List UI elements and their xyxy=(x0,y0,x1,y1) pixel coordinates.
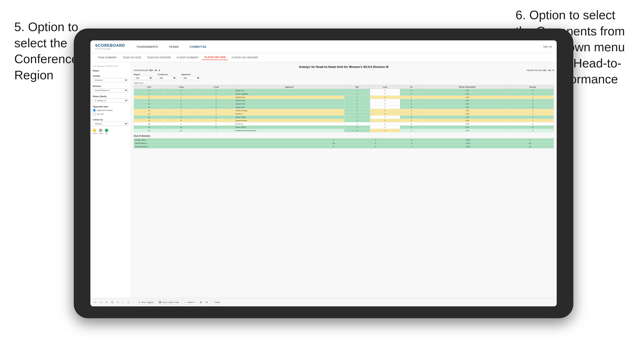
subnav-player-h2h-heatmap[interactable]: PLAYER H2H HEATMAP xyxy=(229,55,260,60)
radio-opponents-played[interactable]: Opponents Played xyxy=(93,109,128,112)
tablet-screen: SCOREBOARD Powered by clippd TOURNAMENTS… xyxy=(90,40,557,306)
layout-btn[interactable]: ⊞ xyxy=(199,300,203,304)
undo2-btn[interactable]: ↩ xyxy=(105,300,108,304)
subnav-team-h2h-heatmap[interactable]: TEAM H2H HEATMAP xyxy=(145,55,174,60)
cell-opponent: Euna Lee xyxy=(234,122,344,126)
cell-tie: 0 xyxy=(400,116,422,119)
ood-rounds: 10 xyxy=(506,145,554,149)
ood-loss: 0 xyxy=(357,142,394,145)
subnav-team-summary[interactable]: TEAM SUMMARY xyxy=(95,55,120,60)
watch-btn[interactable]: 👓 Watch ▾ xyxy=(183,300,197,304)
settings-btn[interactable]: ⚙ xyxy=(204,300,209,304)
cell-win: 1 xyxy=(344,99,370,102)
player-rank-select[interactable]: 8. Katelyn Vo xyxy=(93,99,128,103)
table-row: 14 7 4 Eunice Yi 2 2 0 0.38 9 xyxy=(134,112,554,116)
cell-win: 2 xyxy=(344,112,370,116)
copy-btn[interactable]: ⧉ xyxy=(110,300,114,304)
subnav-player-h2h-grid[interactable]: PLAYER H2H GRID xyxy=(202,55,228,60)
save-custom-btn[interactable]: 💾 Save Custom View xyxy=(157,300,181,304)
cell-div: 15 xyxy=(134,116,164,119)
cell-diff: 3.33 xyxy=(422,106,512,109)
main-data-table: # Div # Reg # Conf Opponent Win Loss Tie… xyxy=(134,85,554,132)
cell-reg: 3 xyxy=(164,96,198,99)
ood-win: 1 xyxy=(310,139,357,142)
clock-btn[interactable]: 🕐 xyxy=(126,300,130,304)
opponent-filter-select[interactable]: (All) xyxy=(181,76,200,80)
cell-div: 3 xyxy=(134,89,164,92)
ood-diff: 9.267 xyxy=(430,142,506,145)
cell-rounds: 3 xyxy=(512,92,554,96)
cell-tie: 0 xyxy=(400,122,422,126)
subnav-player-summary[interactable]: PLAYER SUMMARY xyxy=(174,55,201,60)
table-row: 18 2 2 Euna Lee 0 0 0 -5.00 2 xyxy=(134,122,554,126)
nav-tournaments[interactable]: TOURNAMENTS xyxy=(135,44,160,49)
gender-label: Gender xyxy=(93,75,128,77)
radio-top100[interactable]: Top 100 xyxy=(93,113,128,116)
cell-loss: 2 xyxy=(370,112,400,116)
cell-reg: 2 xyxy=(164,106,198,109)
ood-diff: 7.400 xyxy=(430,145,506,149)
dot-up xyxy=(105,129,108,132)
sign-out-link[interactable]: Sign out xyxy=(543,45,552,48)
cell-win: 0 xyxy=(344,122,370,126)
dot-indicators: Down Level Up xyxy=(93,129,128,134)
col-rounds: Rounds xyxy=(512,85,554,89)
sub-nav: TEAM SUMMARY TEAM H2H GRID TEAM H2H HEAT… xyxy=(90,53,557,62)
cell-tie: 0 xyxy=(400,96,422,99)
filter-group-conference: Conference (All) xyxy=(158,73,176,80)
cell-win: 1 xyxy=(344,119,370,122)
cell-conf: 5 xyxy=(198,106,234,109)
share-icon: ↗ xyxy=(212,301,214,304)
cell-conf: 3 xyxy=(198,96,234,99)
cell-div: 6 xyxy=(134,96,164,99)
player-label: Player xyxy=(93,70,128,72)
cell-reg: 2 xyxy=(164,92,198,96)
cell-reg: 3 xyxy=(164,89,198,92)
cell-rounds: 6 xyxy=(512,129,554,132)
cell-loss: 0 xyxy=(370,92,400,96)
view-original-btn[interactable]: 👁 View: Original xyxy=(136,300,155,304)
region-filter-select[interactable]: (All) xyxy=(134,76,153,80)
cell-diff: 4.00 xyxy=(422,102,512,106)
gender-select[interactable]: Women's xyxy=(93,78,128,82)
subnav-team-h2h-grid[interactable]: TEAM H2H GRID xyxy=(120,55,144,60)
cell-reg: 7 xyxy=(164,112,198,116)
nav-teams[interactable]: TEAMS xyxy=(167,44,180,49)
share-btn[interactable]: ↗ Share xyxy=(210,300,222,304)
opponent-filter-label: Opponent xyxy=(181,73,200,76)
cell-win: 1 xyxy=(344,92,370,96)
sidebar-colour-section: Colour by Win/loss xyxy=(93,119,128,126)
redo-btn[interactable]: ↪ xyxy=(99,300,103,304)
undo-btn[interactable]: ↩ xyxy=(93,300,97,304)
opponents-label: Opponents: xyxy=(134,82,554,84)
cell-conf: 5 xyxy=(198,116,234,119)
cell-rounds: 4 xyxy=(512,116,554,119)
filter-group-opponent: Opponent (All) xyxy=(181,73,200,80)
cell-div: 9 xyxy=(134,99,164,102)
cell-rounds: 11 xyxy=(512,126,554,129)
cell-div: 20 xyxy=(134,129,164,132)
cell-tie: 0 xyxy=(400,112,422,116)
dot-level-label: Level xyxy=(99,133,103,134)
nav-committee[interactable]: COMMITTEE xyxy=(188,44,208,49)
ood-name: NCAA Division 2 xyxy=(134,145,310,149)
main-content: Last Updated: 27/03/2024 10:44 Player Ge… xyxy=(90,62,557,298)
conference-filter-label: Conference xyxy=(158,73,176,76)
paste-btn[interactable]: ⬡ xyxy=(116,300,120,304)
cell-win: 2 xyxy=(344,129,370,132)
ood-table-row: NCAA Division 2 5 0 0 7.400 10 xyxy=(134,145,554,149)
cell-tie: 0 xyxy=(400,106,422,109)
out-of-division-table: Foreign Team 1 0 0 4.500 2 NAIA Division… xyxy=(134,138,554,149)
ood-loss: 0 xyxy=(357,145,394,149)
colour-by-label: Colour by xyxy=(93,119,128,121)
cell-opponent: Jessica Mason xyxy=(234,119,344,122)
cell-loss: 0 xyxy=(370,89,400,92)
cell-rounds: 3 xyxy=(512,96,554,99)
colour-by-select[interactable]: Win/loss xyxy=(93,122,128,126)
cell-div: 16 xyxy=(134,119,164,122)
col-win: Win xyxy=(344,85,370,89)
conference-filter-select[interactable]: (All) xyxy=(158,76,176,80)
division-select[interactable]: NCAA Division III xyxy=(93,88,128,92)
sidebar-opponent-view-section: Opponent view Opponents Played Top 100 xyxy=(93,105,128,116)
sidebar-gender-section: Gender Women's xyxy=(93,75,128,82)
